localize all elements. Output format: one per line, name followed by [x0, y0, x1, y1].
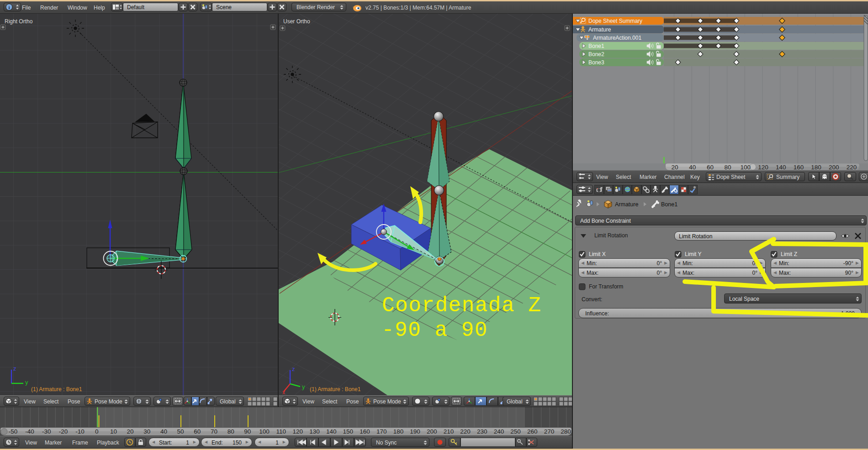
svg-text:220: 220: [847, 164, 857, 171]
svg-text:230: 230: [477, 428, 487, 435]
svg-text:210: 210: [444, 428, 454, 435]
svg-text:(1) Armature : Bone1: (1) Armature : Bone1: [31, 386, 82, 392]
svg-text:260: 260: [527, 428, 538, 435]
svg-text:70: 70: [211, 428, 217, 435]
svg-text:140: 140: [776, 164, 786, 171]
svg-text:Right Ortho: Right Ortho: [5, 18, 33, 25]
svg-text:Bone1: Bone1: [588, 43, 604, 49]
svg-text:110: 110: [276, 428, 286, 435]
svg-text:Armature: Armature: [588, 26, 611, 33]
svg-text:20: 20: [671, 164, 678, 171]
svg-text:Armature: Armature: [615, 201, 638, 208]
svg-text:160: 160: [794, 164, 804, 171]
svg-text:0: 0: [95, 428, 99, 435]
svg-text:100: 100: [741, 164, 751, 171]
svg-text:150: 150: [343, 428, 354, 435]
svg-text:Dope Sheet Summary: Dope Sheet Summary: [588, 18, 642, 24]
svg-text:240: 240: [494, 428, 504, 435]
svg-text:180: 180: [811, 164, 821, 171]
svg-text:80: 80: [725, 164, 731, 171]
svg-text:170: 170: [376, 428, 387, 435]
svg-text:30: 30: [143, 428, 150, 435]
svg-text:Bone2: Bone2: [588, 51, 604, 58]
svg-text:-90 a 90: -90 a 90: [381, 319, 488, 342]
svg-text:y: y: [25, 379, 28, 386]
svg-text:20: 20: [127, 428, 134, 435]
svg-text:y: y: [302, 383, 305, 390]
svg-text:280: 280: [561, 428, 571, 435]
svg-text:200: 200: [427, 428, 437, 435]
svg-text:180: 180: [393, 428, 404, 435]
svg-text:-30: -30: [42, 428, 51, 435]
svg-text:z: z: [13, 365, 16, 372]
svg-text:(1) Armature : Bone1: (1) Armature : Bone1: [310, 386, 361, 392]
svg-text:50: 50: [177, 428, 184, 435]
svg-text:-40: -40: [25, 428, 34, 435]
svg-text:-20: -20: [59, 428, 68, 435]
svg-text:-10: -10: [75, 428, 85, 435]
svg-text:-50: -50: [9, 428, 18, 435]
svg-text:250: 250: [510, 428, 521, 435]
svg-text:Bone1: Bone1: [661, 201, 677, 208]
svg-text:10: 10: [110, 428, 117, 435]
svg-text:140: 140: [326, 428, 337, 435]
svg-text:200: 200: [829, 164, 839, 171]
svg-text:80: 80: [228, 428, 234, 435]
svg-text:z: z: [292, 366, 295, 372]
svg-text:User Ortho: User Ortho: [283, 18, 310, 25]
svg-text:i: i: [8, 5, 10, 10]
svg-text:190: 190: [410, 428, 420, 435]
svg-text:130: 130: [309, 428, 320, 435]
svg-text:60: 60: [707, 164, 714, 171]
svg-text:60: 60: [194, 428, 201, 435]
svg-text:220: 220: [460, 428, 471, 435]
svg-text:ArmatureAction.001: ArmatureAction.001: [593, 35, 641, 41]
svg-text:40: 40: [160, 428, 167, 435]
svg-text:90: 90: [244, 428, 251, 435]
svg-text:120: 120: [758, 164, 768, 171]
svg-text:Bone3: Bone3: [588, 59, 604, 66]
svg-text:100: 100: [259, 428, 270, 435]
svg-text:120: 120: [293, 428, 303, 435]
svg-text:x: x: [282, 389, 285, 395]
svg-text:160: 160: [360, 428, 370, 435]
svg-text:Coordenada Z: Coordenada Z: [382, 294, 541, 318]
svg-text:40: 40: [689, 164, 696, 171]
svg-text:270: 270: [544, 428, 555, 435]
